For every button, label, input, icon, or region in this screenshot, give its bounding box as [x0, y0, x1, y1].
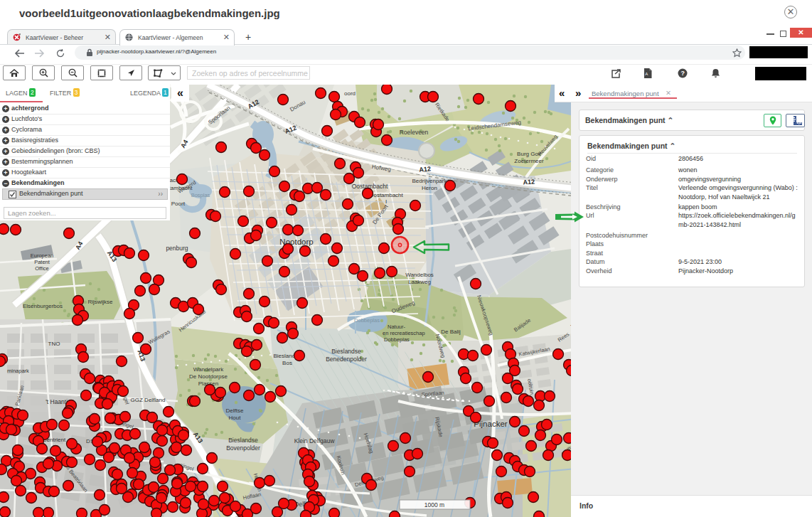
svg-text:Natuur-: Natuur- — [388, 324, 406, 330]
svg-text:A: A — [645, 72, 648, 76]
svg-text:Bosplas: Bosplas — [191, 192, 210, 198]
svg-text:European: European — [31, 252, 54, 259]
svg-text:Elsenburgerbos: Elsenburgerbos — [23, 303, 63, 309]
svg-text:Hout: Hout — [229, 415, 242, 421]
svg-text:?: ? — [680, 70, 685, 77]
svg-text:Patent: Patent — [34, 259, 50, 265]
svg-text:De Nootdorpse: De Nootdorpse — [189, 373, 228, 380]
svg-text:I: I — [385, 198, 387, 205]
svg-text:Bieslandse: Bieslandse — [228, 437, 258, 444]
svg-text:Bedrijvenpark: Bedrijvenpark — [412, 178, 448, 184]
svg-text:Wandelbos: Wandelbos — [405, 272, 434, 278]
svg-text:De Balij: De Balij — [441, 329, 461, 335]
svg-text:A12: A12 — [419, 165, 431, 174]
svg-text:Bieslandse: Bieslandse — [331, 348, 361, 355]
svg-text:Heron: Heron — [422, 185, 437, 191]
svg-text:Zoetermeer: Zoetermeer — [514, 158, 544, 164]
svg-text:A12: A12 — [523, 178, 535, 186]
svg-text:Dobbeplas: Dobbeplas — [354, 317, 380, 324]
svg-text:penburg: penburg — [166, 245, 188, 252]
svg-text:Rijswijkse: Rijswijkse — [87, 299, 113, 305]
svg-text:Oostambacht: Oostambacht — [369, 192, 403, 198]
svg-text:Delftse: Delftse — [226, 407, 244, 414]
svg-text:Dobbeplas: Dobbeplas — [384, 336, 410, 343]
svg-text:Bos: Bos — [282, 360, 292, 366]
svg-text:1000 m: 1000 m — [424, 501, 444, 508]
svg-text:Benedenpolder: Benedenpolder — [326, 356, 367, 363]
svg-text:Bovenpolder: Bovenpolder — [226, 444, 260, 452]
svg-text:Office: Office — [35, 265, 48, 272]
svg-text:Roeleveen: Roeleveen — [400, 129, 429, 136]
svg-text:Wandelpark: Wandelpark — [193, 366, 224, 373]
svg-text:en recreatieschap: en recreatieschap — [383, 330, 425, 336]
svg-text:GGZ Delfland: GGZ Delfland — [131, 397, 166, 403]
svg-text:Klein Delfgauw: Klein Delfgauw — [294, 437, 336, 444]
svg-text:TNO: TNO — [48, 341, 60, 347]
svg-text:minapark: minapark — [7, 368, 29, 374]
svg-text:Burg Golf: Burg Golf — [517, 151, 542, 157]
svg-text:oord: oord — [344, 90, 356, 97]
svg-text:Laakweg: Laakweg — [408, 279, 431, 285]
